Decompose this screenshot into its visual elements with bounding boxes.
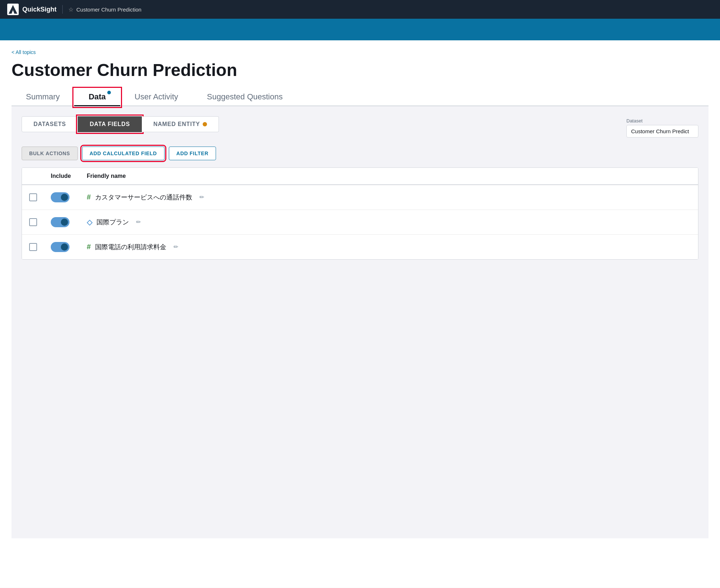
main-content: < All topics Customer Churn Prediction S…	[0, 40, 720, 588]
row1-edit-icon[interactable]: ✏	[199, 194, 204, 201]
table-row: ◇ 国際プラン ✏	[22, 210, 698, 235]
table-row: # カスタマーサービスへの通話件数 ✏	[22, 185, 698, 210]
row1-type-icon: #	[87, 193, 91, 201]
col-header-include: Include	[51, 173, 87, 179]
table-header: Include Friendly name	[22, 168, 698, 185]
fields-table: Include Friendly name # カスタマーサービスへの通話件数 …	[22, 167, 698, 260]
back-link[interactable]: < All topics	[12, 49, 36, 55]
dataset-value[interactable]: Customer Churn Predict	[626, 125, 698, 138]
tab-data[interactable]: Data	[74, 89, 120, 106]
bulk-actions-button[interactable]: BULK ACTIONS	[22, 147, 78, 160]
row3-toggle[interactable]	[51, 242, 69, 252]
row2-field-name-cell: ◇ 国際プラン ✏	[87, 218, 691, 226]
topbar: QuickSight ☆ Customer Churn Prediction	[0, 0, 720, 19]
page-title: Customer Churn Prediction	[12, 61, 708, 80]
subtabs: DATASETS DATA FIELDS NAMED ENTITY	[22, 116, 219, 132]
col-header-friendly-name: Friendly name	[87, 173, 691, 179]
topbar-divider	[62, 5, 63, 14]
tab-user-activity[interactable]: User Activity	[120, 89, 193, 106]
tabs: Summary Data User Activity Suggested Que…	[12, 89, 708, 106]
row1-checkbox[interactable]	[29, 193, 37, 201]
topbar-title: ☆ Customer Churn Prediction	[68, 6, 141, 13]
named-entity-dot	[203, 122, 207, 126]
subtab-named-entity[interactable]: NAMED ENTITY	[142, 116, 219, 132]
topbar-page-title: Customer Churn Prediction	[76, 6, 141, 13]
tab-summary[interactable]: Summary	[12, 89, 74, 106]
row2-checkbox[interactable]	[29, 218, 37, 226]
tab-suggested-questions[interactable]: Suggested Questions	[193, 89, 297, 106]
action-row: BULK ACTIONS ADD CALCULATED FIELD ADD FI…	[22, 147, 698, 160]
row3-checkbox[interactable]	[29, 243, 37, 251]
row3-edit-icon[interactable]: ✏	[174, 243, 178, 250]
logo-text: QuickSight	[22, 6, 57, 13]
row2-type-icon: ◇	[87, 218, 92, 226]
quicksight-logo-icon	[7, 4, 19, 15]
row3-field-name: 国際電話の利用請求料金	[95, 243, 166, 251]
row1-field-name: カスタマーサービスへの通話件数	[95, 193, 192, 202]
content-area: DATASETS DATA FIELDS NAMED ENTITY Datase…	[12, 106, 708, 538]
col-header-empty	[29, 173, 51, 179]
table-row: # 国際電話の利用請求料金 ✏	[22, 235, 698, 259]
row1-field-name-cell: # カスタマーサービスへの通話件数 ✏	[87, 193, 691, 202]
dataset-label: Dataset	[626, 118, 698, 124]
star-icon[interactable]: ☆	[68, 6, 73, 13]
logo: QuickSight	[7, 4, 57, 15]
row2-toggle[interactable]	[51, 217, 69, 227]
subtab-data-fields[interactable]: DATA FIELDS	[78, 116, 142, 132]
row2-field-name: 国際プラン	[96, 218, 129, 226]
add-calculated-field-button[interactable]: ADD CALCULATED FIELD	[82, 147, 165, 160]
add-filter-button[interactable]: ADD FILTER	[169, 147, 216, 160]
subtab-datasets[interactable]: DATASETS	[22, 116, 78, 132]
blue-band	[0, 19, 720, 40]
tab-data-dot	[107, 91, 111, 94]
row1-toggle[interactable]	[51, 192, 69, 202]
row3-type-icon: #	[87, 243, 91, 251]
dataset-selector: Dataset Customer Churn Predict	[626, 118, 698, 138]
row3-field-name-cell: # 国際電話の利用請求料金 ✏	[87, 243, 691, 251]
row2-edit-icon[interactable]: ✏	[136, 219, 141, 225]
